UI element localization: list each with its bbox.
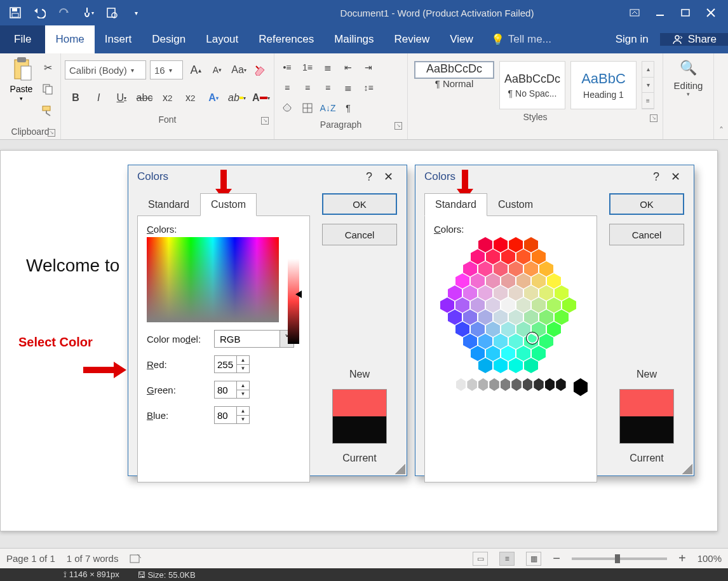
word-count[interactable]: 1 of 7 words bbox=[67, 553, 119, 564]
font-size-combo[interactable]: 16▾ bbox=[150, 60, 183, 79]
increase-indent-icon[interactable]: ⇥ bbox=[360, 58, 377, 76]
style-gallery-arrows[interactable]: ▴▾≡ bbox=[642, 61, 654, 109]
luminance-strip[interactable] bbox=[288, 259, 299, 344]
multilevel-icon[interactable]: ≣ bbox=[319, 58, 337, 76]
style-heading1[interactable]: AaBbCHeading 1 bbox=[570, 61, 637, 109]
subscript-icon[interactable]: x2 bbox=[159, 89, 176, 107]
highlight-icon[interactable]: ab▾ bbox=[228, 89, 246, 107]
find-icon[interactable]: 🔍 bbox=[680, 60, 697, 76]
numbering-icon[interactable]: 1≡ bbox=[299, 58, 316, 76]
qat-customize-icon[interactable]: ▾ bbox=[130, 6, 142, 19]
italic-icon[interactable]: I bbox=[90, 89, 107, 107]
superscript-icon[interactable]: x2 bbox=[182, 89, 199, 107]
line-spacing-icon[interactable]: ↕≡ bbox=[360, 79, 377, 97]
save-icon[interactable] bbox=[9, 6, 22, 19]
print-layout-icon[interactable]: ≡ bbox=[499, 552, 515, 566]
minimize-icon[interactable] bbox=[654, 7, 666, 18]
page-indicator[interactable]: Page 1 of 1 bbox=[6, 553, 55, 564]
underline-icon[interactable]: U ▾ bbox=[113, 89, 130, 107]
dialog-close-icon[interactable]: ✕ bbox=[666, 170, 685, 184]
grayscale-row[interactable] bbox=[434, 378, 588, 396]
tab-custom[interactable]: Custom bbox=[487, 193, 544, 216]
align-left-icon[interactable]: ≡ bbox=[278, 79, 296, 97]
format-painter-icon[interactable] bbox=[39, 102, 57, 120]
cancel-button[interactable]: Cancel bbox=[609, 224, 684, 245]
cut-icon[interactable]: ✂ bbox=[39, 58, 57, 76]
color-model-select[interactable]: RGB˅ bbox=[214, 330, 294, 348]
shrink-font-icon[interactable]: A▾ bbox=[208, 61, 226, 79]
close-icon[interactable] bbox=[705, 7, 717, 18]
touch-mode-icon[interactable]: ▾ bbox=[81, 6, 94, 19]
sort-icon[interactable]: A↓Z bbox=[319, 99, 337, 117]
ok-button[interactable]: OK bbox=[609, 193, 684, 215]
read-mode-icon[interactable]: ▭ bbox=[473, 552, 488, 566]
tab-insert[interactable]: Insert bbox=[95, 25, 142, 53]
spellcheck-icon[interactable] bbox=[130, 553, 142, 564]
green-input[interactable] bbox=[215, 381, 236, 398]
justify-icon[interactable]: ≣ bbox=[339, 79, 357, 97]
tab-home[interactable]: Home bbox=[45, 25, 94, 53]
color-spectrum[interactable] bbox=[147, 237, 279, 322]
text-effects-icon[interactable]: A▾ bbox=[205, 89, 222, 107]
paragraph-launcher-icon[interactable]: ↘ bbox=[394, 122, 402, 130]
document-page[interactable]: Welcome to Select Color Colors ? ✕ Stand… bbox=[0, 150, 718, 531]
tab-review[interactable]: Review bbox=[384, 25, 440, 53]
borders-icon[interactable] bbox=[299, 99, 316, 117]
dialog-help-icon[interactable]: ? bbox=[360, 170, 379, 184]
align-right-icon[interactable]: ≡ bbox=[319, 79, 337, 97]
clear-formatting-icon[interactable] bbox=[252, 61, 269, 79]
tab-references[interactable]: References bbox=[248, 25, 324, 53]
luminance-caret-icon[interactable] bbox=[295, 290, 302, 298]
tab-design[interactable]: Design bbox=[142, 25, 196, 53]
tab-custom[interactable]: Custom bbox=[200, 193, 257, 216]
tell-me-search[interactable]: 💡 Tell me... bbox=[483, 25, 559, 53]
dialog-close-icon[interactable]: ✕ bbox=[379, 170, 398, 184]
zoom-in-button[interactable]: + bbox=[678, 551, 686, 566]
show-marks-icon[interactable]: ¶ bbox=[339, 99, 357, 117]
sign-in-button[interactable]: Sign in bbox=[604, 33, 660, 46]
standard-color-hexagon[interactable] bbox=[431, 237, 585, 373]
zoom-slider[interactable] bbox=[572, 557, 667, 560]
ribbon-options-icon[interactable] bbox=[629, 7, 640, 18]
zoom-level[interactable]: 100% bbox=[698, 553, 722, 564]
tab-standard[interactable]: Standard bbox=[137, 193, 200, 216]
print-preview-icon[interactable] bbox=[105, 6, 118, 19]
tab-mailings[interactable]: Mailings bbox=[324, 25, 384, 53]
redo-icon[interactable] bbox=[57, 6, 70, 19]
red-input[interactable] bbox=[215, 356, 236, 373]
paste-button[interactable]: Paste ▾ bbox=[4, 56, 39, 124]
change-case-icon[interactable]: Aa▾ bbox=[230, 61, 248, 79]
align-center-icon[interactable]: ≡ bbox=[299, 79, 316, 97]
dialog-help-icon[interactable]: ? bbox=[647, 170, 666, 184]
font-launcher-icon[interactable]: ↘ bbox=[261, 117, 269, 125]
style-no-spacing[interactable]: AaBbCcDc¶ No Spac... bbox=[499, 61, 565, 109]
red-spinner[interactable]: ▲▼ bbox=[214, 355, 250, 373]
undo-icon[interactable] bbox=[33, 6, 46, 19]
shading-icon[interactable] bbox=[278, 99, 296, 117]
font-name-combo[interactable]: Calibri (Body)▾ bbox=[65, 60, 146, 79]
green-spinner[interactable]: ▲▼ bbox=[214, 381, 250, 399]
bold-icon[interactable]: B bbox=[67, 89, 84, 107]
tab-file[interactable]: File bbox=[0, 25, 45, 53]
share-button[interactable]: Share bbox=[660, 33, 728, 46]
font-color-icon[interactable]: A▾ bbox=[252, 89, 270, 107]
style-normal[interactable]: AaBbCcDc¶ Normal bbox=[414, 61, 494, 79]
strikethrough-icon[interactable]: abc bbox=[136, 89, 152, 107]
tab-standard[interactable]: Standard bbox=[424, 193, 487, 216]
zoom-out-button[interactable]: − bbox=[553, 551, 560, 566]
decrease-indent-icon[interactable]: ⇤ bbox=[339, 58, 357, 76]
resize-grip-icon[interactable] bbox=[682, 464, 692, 474]
collapse-ribbon-icon[interactable]: ˄ bbox=[714, 53, 728, 139]
bullets-icon[interactable]: •≡ bbox=[278, 58, 296, 76]
copy-icon[interactable] bbox=[39, 80, 57, 98]
maximize-icon[interactable] bbox=[680, 7, 691, 18]
clipboard-launcher-icon[interactable]: ↘ bbox=[48, 129, 55, 137]
tab-view[interactable]: View bbox=[440, 25, 483, 53]
resize-grip-icon[interactable] bbox=[395, 464, 405, 474]
blue-spinner[interactable]: ▲▼ bbox=[214, 406, 250, 424]
web-layout-icon[interactable]: ▦ bbox=[526, 552, 541, 566]
tab-layout[interactable]: Layout bbox=[196, 25, 248, 53]
blue-input[interactable] bbox=[215, 407, 236, 423]
ok-button[interactable]: OK bbox=[322, 193, 397, 215]
grow-font-icon[interactable]: A▴ bbox=[187, 61, 205, 79]
